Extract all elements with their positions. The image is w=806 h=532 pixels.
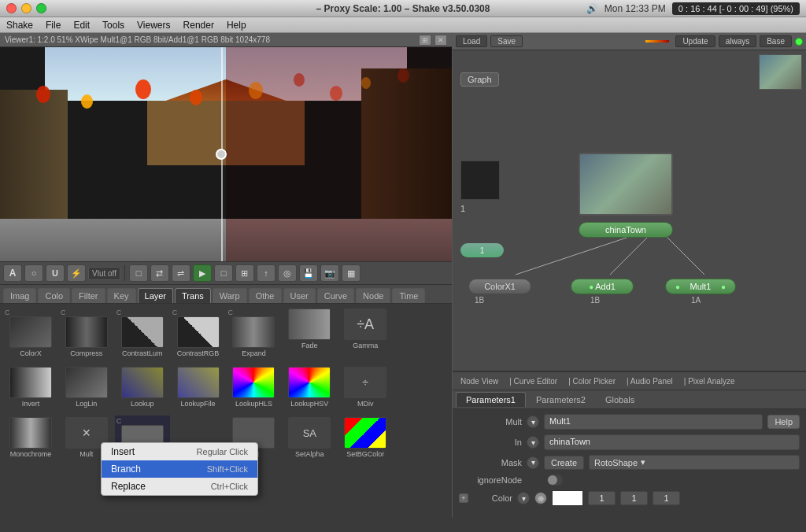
tab-warp[interactable]: Warp (213, 288, 247, 303)
graph-base-btn[interactable]: Base (760, 35, 792, 47)
graph-update-btn[interactable]: Update (675, 35, 715, 47)
mult-help-btn[interactable]: Help (767, 415, 800, 429)
mask-param-indicator[interactable]: ▾ (527, 456, 539, 469)
color-swatch[interactable] (552, 490, 583, 506)
func-invert[interactable]: Invert (3, 365, 58, 409)
maximize-button[interactable] (36, 3, 46, 13)
tab-trans[interactable]: Trans (175, 288, 211, 303)
func-contrastrgb[interactable]: C ContrastRGB (171, 307, 226, 359)
toolbar-btn-square[interactable]: □ (129, 264, 148, 282)
graph-always-btn[interactable]: always (719, 35, 757, 47)
func-setbgcolor[interactable]: SetBGColor (338, 416, 393, 460)
audio-panel-tab[interactable]: | Audio Panel (622, 375, 678, 387)
func-compress[interactable]: C Compress (59, 307, 114, 359)
toolbar-btn-camera[interactable]: 📷 (320, 264, 339, 282)
func-contrastlum[interactable]: C ContrastLum (115, 307, 170, 359)
menu-render[interactable]: Render (183, 20, 214, 31)
toolbar-btn-extra[interactable]: ▦ (342, 264, 360, 282)
toolbar-btn-disk[interactable]: 💾 (299, 264, 318, 282)
vlut-label[interactable]: Vlut off (88, 267, 120, 280)
toolbar-btn-u[interactable]: U (46, 264, 65, 282)
func-gamma[interactable]: ÷A Gamma (338, 307, 393, 359)
viewer-area[interactable] (0, 47, 452, 261)
viewer-controls[interactable]: ⊞ ✕ (419, 35, 447, 46)
ctx-branch[interactable]: Branch Shift+Click (102, 460, 257, 478)
color-r-field[interactable]: 1 (588, 491, 616, 505)
menu-edit[interactable]: Edit (73, 20, 90, 31)
tab-layer[interactable]: Layer (138, 288, 174, 303)
viewer-btn-2[interactable]: ✕ (434, 35, 447, 46)
tab-curve[interactable]: Curve (317, 288, 354, 303)
toolbar-btn-monitor[interactable]: □ (214, 264, 233, 282)
tab-othe[interactable]: Othe (249, 288, 282, 303)
tab-time[interactable]: Time (392, 288, 425, 303)
menu-tools[interactable]: Tools (102, 20, 124, 31)
toolbar-btn-circle2[interactable]: ◎ (278, 264, 297, 282)
graph-load-btn[interactable]: Load (456, 35, 487, 47)
toolbar-btn-arrow[interactable]: ↑ (257, 264, 275, 282)
menu-file[interactable]: File (46, 20, 61, 31)
params-tab-1[interactable]: Parameters1 (456, 392, 526, 407)
node-graph[interactable]: Graph 1 chi (453, 50, 806, 371)
color-picker-tab[interactable]: | Color Picker (564, 375, 620, 387)
func-expand[interactable]: C Expand (227, 307, 282, 359)
mult-param-field[interactable]: Mult1 (544, 414, 763, 430)
menu-help[interactable]: Help (227, 20, 246, 31)
func-lookuphls[interactable]: LookupHLS (227, 365, 282, 409)
color-expand-btn[interactable]: + (459, 493, 468, 503)
toolbar-btn-grid[interactable]: ⊞ (235, 264, 254, 282)
viewer-btn-1[interactable]: ⊞ (419, 35, 431, 46)
tab-key[interactable]: Key (107, 288, 136, 303)
mult1-node[interactable]: ● Mult1 ● (665, 279, 736, 294)
ctx-replace[interactable]: Replace Ctrl+Click (102, 478, 257, 495)
colorx1-node[interactable]: ColorX1 (468, 279, 531, 294)
func-setalpha[interactable]: SA SetAlpha (282, 416, 337, 460)
small-green-node[interactable]: 1 (460, 243, 504, 257)
menu-shake[interactable]: Shake (6, 20, 33, 31)
func-colorx[interactable]: C ColorX (3, 307, 58, 359)
func-lookuphsv[interactable]: LookupHSV (282, 365, 337, 409)
color-g-field[interactable]: 1 (620, 491, 648, 505)
add1-node[interactable]: ●Add1 (571, 279, 634, 294)
graph-save-btn[interactable]: Save (490, 35, 523, 47)
color-link-indicator[interactable]: ⊕ (534, 492, 547, 504)
minimize-button[interactable] (21, 3, 31, 13)
tab-user[interactable]: User (283, 288, 316, 303)
toolbar-btn-transfer2[interactable]: ⇌ (172, 264, 190, 282)
pixel-analyze-tab[interactable]: | Pixel Analyze (679, 375, 740, 387)
chinatown-node[interactable]: chinaTown (579, 222, 673, 238)
mult-param-indicator[interactable]: ▾ (527, 416, 539, 428)
func-lookupfile[interactable]: LookupFile (171, 365, 226, 409)
color-b-field[interactable]: 1 (653, 491, 680, 505)
params-tab-globals[interactable]: Globals (596, 393, 644, 407)
tab-node[interactable]: Node (356, 288, 390, 303)
wipe-handle[interactable] (216, 149, 227, 160)
tab-filter[interactable]: Filter (72, 288, 105, 303)
ignorenode-toggle[interactable] (547, 475, 563, 486)
ctx-insert[interactable]: Insert Regular Click (102, 443, 257, 460)
node-view-tab[interactable]: Node View (456, 375, 503, 387)
mask-create-btn[interactable]: Create (544, 456, 584, 470)
toolbar-btn-flash[interactable]: ⚡ (67, 264, 86, 282)
color-param-indicator[interactable]: ▾ (517, 492, 530, 504)
func-mdiv[interactable]: ÷ MDiv (338, 365, 393, 409)
func-monochrome[interactable]: Monochrome (3, 416, 58, 460)
params-tab-2[interactable]: Parameters2 (527, 393, 595, 407)
graph-tab[interactable]: Graph (460, 72, 499, 87)
in-param-indicator[interactable]: ▾ (527, 436, 539, 449)
tab-imag[interactable]: Imag (3, 288, 36, 303)
curve-editor-tab[interactable]: | Curve Editor (505, 375, 562, 387)
toolbar-btn-circle[interactable]: ○ (24, 264, 43, 282)
func-lookup[interactable]: Lookup (115, 365, 170, 409)
window-controls[interactable] (6, 3, 46, 13)
close-button[interactable] (6, 3, 17, 13)
toolbar-btn-transfer[interactable]: ⇄ (150, 264, 169, 282)
tab-colo[interactable]: Colo (38, 288, 70, 303)
mask-shape-selector[interactable]: RotoShape ▾ (589, 455, 800, 470)
toolbar-btn-a[interactable]: A (3, 264, 22, 282)
func-loglin[interactable]: LogLin (59, 365, 114, 409)
toolbar-btn-play[interactable]: ▶ (193, 264, 212, 282)
func-fade[interactable]: Fade (282, 307, 337, 359)
in-param-field[interactable]: chinaTown (544, 434, 800, 450)
menu-viewers[interactable]: Viewers (137, 20, 170, 31)
